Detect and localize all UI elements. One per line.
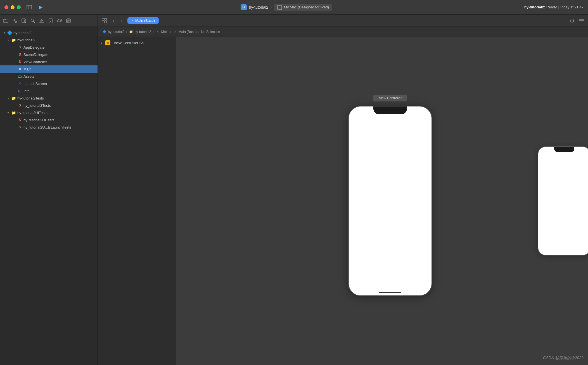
main-phone-mockup bbox=[348, 106, 432, 296]
titlebar-center: H hy-tutorial2 › ⬛ My Mac (Designed for … bbox=[49, 4, 524, 11]
vc-label-container: View Controller bbox=[345, 95, 435, 101]
scenedelegate-label: SceneDelegate bbox=[23, 53, 48, 57]
bookmark-icon[interactable] bbox=[48, 18, 54, 24]
svg-rect-22 bbox=[102, 21, 104, 23]
swift-icon: S bbox=[17, 45, 22, 50]
launchtests-label: hy_tutorial2U...tsLaunchTests bbox=[23, 125, 71, 129]
bc-item-4[interactable]: ✕ Main (Base) bbox=[173, 30, 197, 34]
menu-icon[interactable] bbox=[578, 18, 585, 24]
plist-icon: ⊞ bbox=[17, 88, 22, 93]
tree-item-main[interactable]: ✕ Main bbox=[0, 65, 98, 73]
canvas-area[interactable]: → View Controller bbox=[176, 37, 588, 365]
tree-item-assets[interactable]: 🗃 Assets bbox=[0, 73, 98, 80]
tree-item-viewcontroller[interactable]: S ViewController bbox=[0, 58, 98, 65]
bc-storyboard-icon: ✕ bbox=[156, 30, 160, 34]
svg-rect-0 bbox=[27, 5, 32, 9]
snippet-icon[interactable] bbox=[65, 18, 72, 24]
bc-item-3[interactable]: ✕ Main bbox=[156, 30, 169, 34]
editor-area: ‹ › ✕ Main (Base) bbox=[98, 15, 588, 365]
tree-item-tests-folder[interactable]: 📁 hy-tutorial2Tests bbox=[0, 94, 98, 102]
source-control-icon[interactable] bbox=[12, 18, 18, 24]
tests-folder-label: hy-tutorial2Tests bbox=[17, 96, 44, 100]
nav-item-viewcontroller[interactable]: ▸ ⊞ View Controller Sc... bbox=[98, 39, 176, 46]
titlebar-right: hy-tutorial2: Ready | Today at 21:47 bbox=[524, 5, 584, 9]
swift-icon-6: S bbox=[17, 125, 22, 130]
project-title: hy-tutorial2 bbox=[249, 5, 268, 10]
storyboard-icon: ✕ bbox=[17, 67, 22, 72]
titlebar-left-icons bbox=[26, 5, 32, 10]
editor-toolbar: ‹ › ✕ Main (Base) bbox=[98, 15, 588, 27]
uitests-folder-label: hy-tutorial2UITests bbox=[17, 111, 48, 115]
folder-icon[interactable] bbox=[3, 18, 9, 24]
svg-point-7 bbox=[31, 19, 34, 22]
folder-expand-arrow bbox=[6, 38, 10, 42]
tree-item-project[interactable]: 🔷 hy-tutorial2 bbox=[0, 29, 98, 36]
tree-item-info[interactable]: ⊞ Info bbox=[0, 87, 98, 94]
tree-item-uitests-folder[interactable]: 📁 hy-tutorial2UITests bbox=[0, 109, 98, 116]
run-button[interactable]: ▶ bbox=[37, 4, 44, 11]
tree-item-launchtests[interactable]: S hy_tutorial2U...tsLaunchTests bbox=[0, 124, 98, 131]
swift-icon-2: S bbox=[17, 52, 22, 57]
fullscreen-button[interactable] bbox=[17, 5, 21, 9]
svg-line-4 bbox=[14, 20, 16, 21]
tree-item-scenedelegate[interactable]: S SceneDelegate bbox=[0, 51, 98, 58]
svg-rect-11 bbox=[58, 20, 60, 22]
tree-item-launchscreen[interactable]: ✕ LaunchScreen bbox=[0, 80, 98, 87]
mac-icon: ⬛ bbox=[277, 5, 282, 10]
swift-icon-5: S bbox=[17, 117, 22, 122]
minimize-button[interactable] bbox=[11, 5, 15, 9]
main-tab[interactable]: ✕ Main (Base) bbox=[127, 17, 159, 24]
status-time: Today at 21:47 bbox=[560, 5, 584, 9]
content-area: ▸ ⊞ View Controller Sc... → View Control… bbox=[98, 37, 588, 365]
nav-arrows: ‹ › bbox=[110, 17, 125, 24]
phone-body bbox=[348, 106, 432, 296]
sidebar: { } bbox=[0, 15, 98, 365]
warning-icon[interactable] bbox=[39, 18, 45, 24]
sidebar-toolbar: { } bbox=[0, 15, 98, 27]
storyboard-tab-icon: ✕ bbox=[131, 19, 134, 22]
bc-base-icon: ✕ bbox=[173, 30, 177, 34]
svg-point-3 bbox=[15, 21, 17, 22]
device-selector[interactable]: ⬛ My Mac (Designed for iPad) bbox=[274, 4, 332, 11]
launchscreen-label: LaunchScreen bbox=[23, 82, 47, 86]
status-text: hy-tutorial2: Ready | Today at 21:47 bbox=[524, 5, 584, 9]
bc-item-2[interactable]: 📁 hy-tutorial2 bbox=[129, 30, 151, 34]
tree-item-uitests[interactable]: S hy_tutorial2UITests bbox=[0, 116, 98, 124]
project-file-icon: 🔷 bbox=[7, 30, 12, 35]
close-button[interactable] bbox=[4, 5, 8, 9]
bc-label-2: hy-tutorial2 bbox=[134, 30, 151, 34]
grid-view-icon[interactable] bbox=[101, 18, 107, 24]
svg-text:{ }: { } bbox=[22, 19, 25, 22]
bc-folder-icon: 📁 bbox=[129, 30, 133, 34]
back-button[interactable]: ‹ bbox=[110, 17, 117, 24]
svg-point-2 bbox=[13, 19, 15, 20]
secondary-notch bbox=[554, 147, 574, 152]
watermark: CSDN @海里的鱼2022 bbox=[543, 355, 584, 361]
tree-item-appdelegate[interactable]: S AppDelegate bbox=[0, 44, 98, 51]
status-project: hy-tutorial2: bbox=[524, 5, 545, 9]
svg-line-8 bbox=[33, 21, 35, 23]
device-label: My Mac (Designed for iPad) bbox=[284, 5, 329, 9]
sidebar-toggle-icon[interactable] bbox=[26, 5, 32, 10]
forward-button[interactable]: › bbox=[118, 17, 125, 24]
nav-expand-arrow: ▸ bbox=[101, 41, 103, 44]
shape-icon[interactable] bbox=[56, 18, 63, 24]
uitests-expand-arrow bbox=[6, 111, 10, 115]
nav-vc-label: View Controller Sc... bbox=[114, 41, 147, 45]
tree-item-folder-main[interactable]: 📁 hy-tutorial2 bbox=[0, 36, 98, 44]
bc-label-3: Main bbox=[161, 30, 169, 34]
folder-icon-tests: 📁 bbox=[11, 96, 16, 101]
folder-icon-main: 📁 bbox=[11, 37, 16, 42]
tests-label: hy_tutorial2Tests bbox=[23, 103, 51, 108]
secondary-phone-body bbox=[538, 146, 588, 255]
bc-item-1[interactable]: 🔷 hy-tutorial2 bbox=[102, 30, 124, 34]
refresh-icon[interactable] bbox=[569, 18, 575, 24]
launchscreen-icon: ✕ bbox=[17, 81, 22, 86]
symbol-icon[interactable]: { } bbox=[21, 18, 27, 24]
search-icon[interactable] bbox=[30, 18, 36, 24]
tree-item-tests[interactable]: S hy_tutorial2Tests bbox=[0, 102, 98, 109]
secondary-phone-container bbox=[538, 146, 588, 255]
bc-label-5: No Selection bbox=[201, 30, 220, 34]
title-bar: ▶ H hy-tutorial2 › ⬛ My Mac (Designed fo… bbox=[0, 0, 588, 15]
main-layout: { } bbox=[0, 15, 588, 365]
